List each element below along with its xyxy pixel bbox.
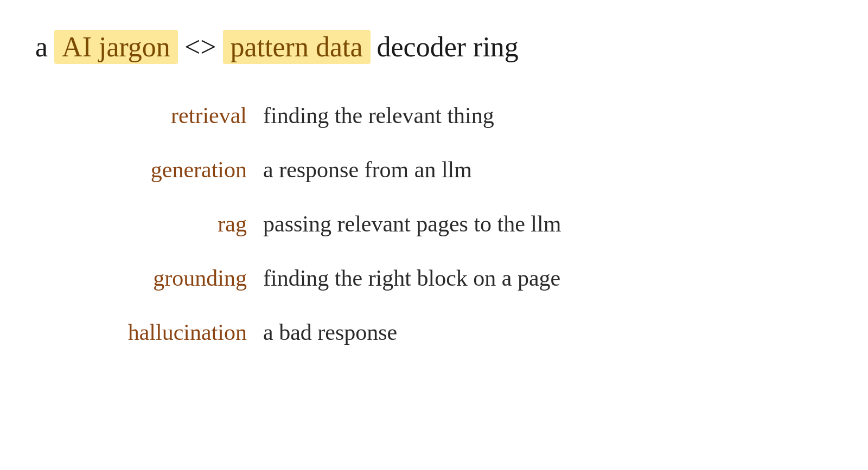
term-definition-retrieval: finding the relevant thing <box>263 102 833 128</box>
highlight-ai-jargon: AI jargon <box>54 30 178 64</box>
term-row-generation: generation a response from an llm <box>35 145 833 194</box>
term-row-grounding: grounding finding the right block on a p… <box>35 254 833 302</box>
term-label-retrieval: retrieval <box>35 102 263 128</box>
term-definition-rag: passing relevant pages to the llm <box>263 211 833 237</box>
term-label-rag: rag <box>35 211 263 237</box>
highlight-pattern-data: pattern data <box>223 30 371 64</box>
term-label-hallucination: hallucination <box>35 319 263 345</box>
terms-container: retrieval finding the relevant thing gen… <box>35 91 833 448</box>
header-suffix: decoder ring <box>377 31 519 63</box>
header-prefix: a <box>35 31 48 63</box>
term-definition-generation: a response from an llm <box>263 157 833 183</box>
term-label-generation: generation <box>35 157 263 183</box>
term-definition-hallucination: a bad response <box>263 319 833 345</box>
page-container: a AI jargon <> pattern data decoder ring… <box>0 0 868 470</box>
term-definition-grounding: finding the right block on a page <box>263 265 833 291</box>
header-separator: <> <box>184 31 216 63</box>
term-row-rag: rag passing relevant pages to the llm <box>35 199 833 248</box>
term-row-retrieval: retrieval finding the relevant thing <box>35 91 833 140</box>
header-line: a AI jargon <> pattern data decoder ring <box>35 30 833 64</box>
term-row-hallucination: hallucination a bad response <box>35 308 833 357</box>
term-label-grounding: grounding <box>35 265 263 291</box>
